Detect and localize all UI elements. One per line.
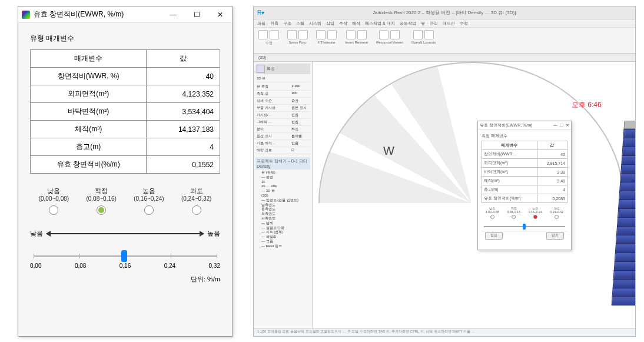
tree-item[interactable]: 뷰 (전체) [258, 171, 310, 175]
ribbon-button[interactable] [357, 30, 367, 39]
mini-cat[interactable]: 높음0.16~0.24 [529, 207, 542, 220]
properties-header[interactable]: 특성 [255, 64, 310, 74]
view-tab[interactable]: (3D) [254, 54, 635, 62]
menu-item[interactable]: 매스작업 & 대지 [365, 21, 395, 26]
revit-menubar[interactable]: 파일건축구조스틸시스템삽입주석해석매스작업 & 대지공동작업뷰관리애드인수정 [254, 19, 635, 28]
cat-high[interactable]: 높음 (0,16~0,24) [125, 187, 173, 215]
revit-3d-canvas[interactable]: W 오후 6:46 오전 10:00 20F19F/20F18F/20F17F/… [313, 62, 635, 328]
ribbon-group[interactable]: Open& Lounots [411, 30, 436, 51]
bar-high-label: 높음 [207, 229, 220, 238]
menu-item[interactable]: 공동작업 [400, 21, 416, 26]
menu-item[interactable]: 관리 [430, 21, 438, 26]
mini-slider[interactable] [484, 226, 565, 227]
tree-item[interactable]: 동측면도 [258, 207, 310, 212]
tree-item[interactable]: — 평면 [258, 175, 310, 180]
project-tree[interactable]: 뷰 (전체)— 평면 1F 2F … 20F— 3D 뷰 (3D)— 입면도 (… [255, 171, 310, 249]
row-key: 체적(m³) [31, 121, 147, 138]
tree-item[interactable]: 남측면도 [258, 203, 310, 208]
tree-item[interactable]: 1F [258, 180, 310, 185]
revit-side-panel[interactable]: 특성 3D 뷰 뷰 축척1:100축척 값100상세 수준중간부품 가시성원본 … [254, 62, 313, 328]
mini-slider-thumb[interactable] [523, 224, 526, 230]
tree-item[interactable]: (3D) [258, 194, 310, 198]
dialog-titlebar[interactable]: 유효 창면적비(EWWR, %/m) ― ☐ ✕ [18, 6, 232, 23]
slider-track[interactable] [34, 255, 217, 257]
prop-row[interactable]: 분야좌표 [255, 126, 310, 133]
radio-icon[interactable] [144, 205, 154, 215]
tree-item[interactable]: — 범례 [258, 221, 310, 226]
cat-ok[interactable]: 적정 (0,08~0,16) [78, 187, 125, 215]
ribbon-button[interactable] [424, 30, 434, 39]
menu-item[interactable]: 스틸 [296, 21, 304, 26]
ribbon-group[interactable]: Resource/Viewer [376, 30, 403, 51]
mini-cat[interactable]: 적정0.08~0.16 [507, 207, 520, 220]
revit-titlebar[interactable]: R▾ Autodesk Revit 2020.2 – 학생용 버전 – [파티 … [254, 6, 635, 19]
menu-item[interactable]: 파일 [257, 21, 265, 26]
ribbon-button[interactable] [346, 30, 356, 39]
ribbon-button[interactable] [327, 30, 337, 39]
ribbon-button[interactable] [270, 30, 279, 39]
tree-item[interactable]: — 일람표/수량 [258, 226, 310, 231]
cat-over[interactable]: 과도 (0,24~0,32) [172, 187, 220, 215]
mini-close-button[interactable]: 닫기 [546, 232, 564, 240]
menu-item[interactable]: 시스템 [309, 21, 321, 26]
maximize-button[interactable]: ☐ [185, 6, 208, 23]
tree-item[interactable]: — 패밀리 [258, 235, 310, 240]
mini-min-icon[interactable]: ― [553, 123, 557, 127]
tree-item[interactable]: 서측면도 [258, 217, 310, 221]
close-button[interactable]: ✕ [208, 6, 232, 23]
app-icon [22, 11, 30, 19]
tree-item[interactable]: — 그룹 [258, 240, 310, 244]
menu-item[interactable]: 구조 [283, 21, 291, 26]
tree-item[interactable]: — 시트 (전체) [258, 230, 310, 235]
radio-icon[interactable] [97, 205, 106, 215]
project-browser-header[interactable]: 프로젝트 탐색기 – D-1 파티 Density [255, 157, 310, 170]
ribbon-button[interactable] [390, 30, 400, 39]
prop-row[interactable]: 부품 가시성원본 표시 [255, 105, 310, 112]
ewwr-slider[interactable]: 0,00 0,08 0,16 0,24 0,32 [30, 255, 220, 269]
cat-low[interactable]: 낮음 (0,00~0,08) [30, 187, 78, 215]
mini-titlebar[interactable]: 유효 창면적비(EWWR, %/m) ― ☐ ✕ [478, 121, 571, 130]
menu-item[interactable]: 해석 [352, 21, 360, 26]
mini-apply-button[interactable]: 적용 [485, 232, 503, 240]
prop-row[interactable]: 태양 경로☑ [255, 147, 310, 154]
tree-item[interactable]: — 3D 뷰 [258, 189, 310, 194]
prop-row[interactable]: 가시성/…편집 [255, 112, 310, 119]
radio-icon[interactable] [49, 205, 58, 215]
mini-cat[interactable]: 낮음1.00~0.08 [486, 207, 499, 220]
radio-icon[interactable] [192, 205, 201, 215]
ribbon-group[interactable]: Swiss Poro [287, 30, 308, 51]
menu-item[interactable]: 뷰 [421, 21, 425, 26]
minimize-button[interactable]: ― [161, 6, 185, 23]
menu-item[interactable]: 애드인 [443, 21, 455, 26]
prop-row[interactable]: 축척 값100 [255, 91, 310, 98]
menu-item[interactable]: 건축 [270, 21, 278, 26]
tree-item[interactable]: — Revit 링크 [258, 244, 310, 249]
ribbon-button[interactable] [413, 30, 423, 39]
ribbon-button[interactable] [258, 30, 268, 39]
menu-item[interactable]: 수정 [460, 21, 468, 26]
ribbon-button[interactable] [379, 30, 389, 39]
mini-cat[interactable]: 과도0.24~0.32 [550, 207, 563, 220]
prop-row[interactable]: 그래픽 …편집 [255, 119, 310, 126]
prop-row[interactable]: 기본 해석…없음 [255, 140, 310, 147]
ribbon-button[interactable] [316, 30, 326, 39]
ribbon-group[interactable]: Invert Retrieve [345, 30, 368, 51]
tree-item[interactable]: 북측면도 [258, 212, 310, 217]
prop-row[interactable]: 은선 표시분야별 [255, 133, 310, 140]
mini-max-icon[interactable]: ☐ [560, 123, 563, 128]
tree-item[interactable]: — 입면도 (건물 입면도) [258, 198, 310, 203]
slider-thumb[interactable] [121, 250, 127, 262]
menu-item[interactable]: 삽입 [326, 21, 334, 26]
tree-item[interactable]: 2F … 20F [258, 184, 310, 189]
mini-close-icon[interactable]: ✕ [566, 123, 569, 128]
ribbon-group[interactable]: X Translate [316, 30, 337, 51]
building-model[interactable] [610, 121, 636, 315]
menu-item[interactable]: 주석 [339, 21, 347, 26]
ribbon-button[interactable] [298, 30, 308, 39]
ribbon-group[interactable]: 수정 [258, 30, 279, 51]
mini-ewwr-dialog[interactable]: 유효 창면적비(EWWR, %/m) ― ☐ ✕ 유형 매개변수 매개변수값 창… [477, 121, 572, 250]
prop-row[interactable]: 뷰 축척1:100 [255, 84, 310, 91]
prop-row[interactable]: 상세 수준중간 [255, 98, 310, 105]
revit-ribbon[interactable]: 수정Swiss PoroX TranslateInvert RetrieveRe… [254, 28, 635, 54]
ribbon-button[interactable] [287, 30, 297, 39]
